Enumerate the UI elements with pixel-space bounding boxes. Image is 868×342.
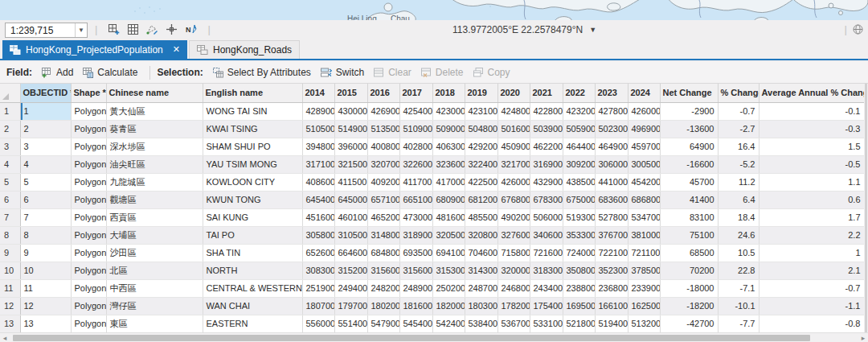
year-value-cell[interactable]: 162500 bbox=[628, 297, 660, 315]
english-name-cell[interactable]: CENTRAL & WESTERN bbox=[203, 279, 302, 297]
year-value-cell[interactable]: 519400 bbox=[595, 315, 628, 332]
year-value-cell[interactable]: 180700 bbox=[302, 297, 334, 315]
shape-cell[interactable]: Polygon bbox=[71, 155, 106, 173]
pct-change-cell[interactable]: 18.4 bbox=[718, 208, 759, 226]
year-value-cell[interactable]: 665100 bbox=[399, 191, 432, 208]
year-value-cell[interactable]: 248200 bbox=[367, 279, 399, 297]
english-name-cell[interactable]: TAI PO bbox=[203, 226, 302, 244]
year-value-cell[interactable]: 250200 bbox=[432, 279, 465, 297]
avg-annual-pct-change-cell[interactable]: -0.5 bbox=[759, 155, 864, 173]
chinese-name-cell[interactable]: 沙田區 bbox=[106, 244, 203, 262]
row-number-cell[interactable]: 7 bbox=[0, 208, 20, 226]
year-value-cell[interactable]: 381000 bbox=[628, 226, 660, 244]
year-value-cell[interactable]: 521800 bbox=[563, 315, 595, 332]
year-value-cell[interactable]: 533100 bbox=[530, 315, 563, 332]
row-number-cell[interactable]: 3 bbox=[0, 138, 20, 155]
pct-change-cell[interactable]: 10.5 bbox=[718, 244, 759, 262]
year-value-cell[interactable]: 547900 bbox=[367, 315, 399, 332]
english-name-cell[interactable]: SAI KUNG bbox=[203, 208, 302, 226]
chinese-name-cell[interactable]: 大埔區 bbox=[106, 226, 203, 244]
year-value-cell[interactable]: 402800 bbox=[399, 138, 432, 155]
row-number-cell[interactable]: 8 bbox=[0, 226, 20, 244]
crosshair-icon[interactable] bbox=[165, 23, 178, 36]
avg-annual-pct-change-cell[interactable]: 1.1 bbox=[759, 173, 864, 191]
year-value-cell[interactable]: 417000 bbox=[432, 173, 465, 191]
year-value-cell[interactable]: 181600 bbox=[399, 297, 432, 315]
row-number-cell[interactable]: 10 bbox=[0, 262, 20, 279]
net-change-cell[interactable]: 68500 bbox=[660, 244, 718, 262]
clear-selection-button[interactable]: Clear bbox=[370, 64, 417, 80]
pct-change-cell[interactable]: -0.7 bbox=[718, 102, 759, 120]
year-value-cell[interactable]: 423000 bbox=[432, 102, 465, 120]
row-number-cell[interactable]: 5 bbox=[0, 173, 20, 191]
year-value-cell[interactable]: 534700 bbox=[628, 208, 660, 226]
year-value-cell[interactable]: 460100 bbox=[334, 208, 367, 226]
objectid-cell[interactable]: 2 bbox=[20, 120, 71, 138]
shape-cell[interactable]: Polygon bbox=[71, 226, 106, 244]
year-value-cell[interactable]: 426900 bbox=[367, 102, 399, 120]
year-value-cell[interactable]: 175400 bbox=[530, 297, 563, 315]
pct-change-cell[interactable]: 24.6 bbox=[718, 226, 759, 244]
switch-selection-button[interactable]: Switch bbox=[317, 64, 370, 80]
net-change-cell[interactable]: -18000 bbox=[660, 279, 718, 297]
year-value-cell[interactable]: 422500 bbox=[465, 173, 497, 191]
chinese-name-cell[interactable]: 油尖旺區 bbox=[106, 155, 203, 173]
close-icon[interactable]: ✕ bbox=[173, 44, 180, 55]
english-name-cell[interactable]: KOWLOON CITY bbox=[203, 173, 302, 191]
year-value-cell[interactable]: 680900 bbox=[432, 191, 465, 208]
row-number-cell[interactable]: 12 bbox=[0, 297, 20, 315]
net-change-cell[interactable]: 83100 bbox=[660, 208, 718, 226]
year-value-cell[interactable]: 320800 bbox=[465, 226, 497, 244]
pct-change-cell[interactable]: 6.4 bbox=[718, 191, 759, 208]
net-change-cell[interactable]: 64900 bbox=[660, 138, 718, 155]
year-value-cell[interactable]: 321500 bbox=[334, 155, 367, 173]
year-value-cell[interactable]: 664600 bbox=[334, 244, 367, 262]
add-grid-icon[interactable] bbox=[107, 23, 121, 36]
english-name-cell[interactable]: KWAI TSING bbox=[203, 120, 302, 138]
year-value-cell[interactable]: 551400 bbox=[334, 315, 367, 332]
year-value-cell[interactable]: 693500 bbox=[399, 244, 432, 262]
year-value-cell[interactable]: 316900 bbox=[530, 155, 563, 173]
year-value-cell[interactable]: 318300 bbox=[530, 262, 563, 279]
sketch-icon[interactable] bbox=[145, 23, 159, 36]
year-value-cell[interactable]: 451600 bbox=[302, 208, 334, 226]
year-value-cell[interactable]: 411500 bbox=[334, 173, 367, 191]
year-value-cell[interactable]: 542400 bbox=[432, 315, 465, 332]
year-value-cell[interactable]: 464400 bbox=[563, 138, 595, 155]
vertical-scrollbar[interactable] bbox=[864, 84, 868, 332]
year-value-cell[interactable]: 715800 bbox=[497, 244, 530, 262]
year-value-cell[interactable]: 248700 bbox=[465, 279, 497, 297]
year-value-cell[interactable]: 248900 bbox=[399, 279, 432, 297]
english-name-cell[interactable]: KWUN TONG bbox=[203, 191, 302, 208]
year-value-cell[interactable]: 310500 bbox=[334, 226, 367, 244]
year-value-cell[interactable]: 249400 bbox=[334, 279, 367, 297]
year-value-cell[interactable]: 315300 bbox=[432, 262, 465, 279]
net-change-cell[interactable]: -42700 bbox=[660, 315, 718, 332]
year-value-cell[interactable]: 314300 bbox=[465, 262, 497, 279]
column-header-2021[interactable]: 2021 bbox=[530, 84, 563, 102]
year-value-cell[interactable]: 496900 bbox=[628, 120, 660, 138]
column-header-chinese-name[interactable]: Chinese name bbox=[106, 84, 203, 102]
year-value-cell[interactable]: 454200 bbox=[628, 173, 660, 191]
objectid-cell[interactable]: 7 bbox=[20, 208, 71, 226]
year-value-cell[interactable]: 178200 bbox=[497, 297, 530, 315]
chinese-name-cell[interactable]: 九龍城區 bbox=[106, 173, 203, 191]
year-value-cell[interactable]: 678300 bbox=[530, 191, 563, 208]
avg-annual-pct-change-cell[interactable]: 1 bbox=[759, 244, 864, 262]
avg-annual-pct-change-cell[interactable]: -1.1 bbox=[759, 297, 864, 315]
year-value-cell[interactable]: 376700 bbox=[595, 226, 628, 244]
year-value-cell[interactable]: 473000 bbox=[399, 208, 432, 226]
column-header-objectid[interactable]: OBJECTID * bbox=[20, 84, 71, 102]
objectid-cell[interactable]: 9 bbox=[20, 244, 71, 262]
corner-header-cell[interactable] bbox=[0, 84, 20, 102]
year-value-cell[interactable]: 429200 bbox=[465, 138, 497, 155]
english-name-cell[interactable]: SHAM SHUI PO bbox=[203, 138, 302, 155]
column-header-average-annual-change[interactable]: Average Annual % Change bbox=[759, 84, 864, 102]
year-value-cell[interactable]: 519300 bbox=[563, 208, 595, 226]
year-value-cell[interactable]: 243400 bbox=[530, 279, 563, 297]
column-header-net-change[interactable]: Net Change bbox=[660, 84, 718, 102]
pct-change-cell[interactable]: -7.7 bbox=[718, 315, 759, 332]
pct-change-cell[interactable]: -2.7 bbox=[718, 120, 759, 138]
shape-cell[interactable]: Polygon bbox=[71, 173, 106, 191]
year-value-cell[interactable]: 300500 bbox=[628, 155, 660, 173]
